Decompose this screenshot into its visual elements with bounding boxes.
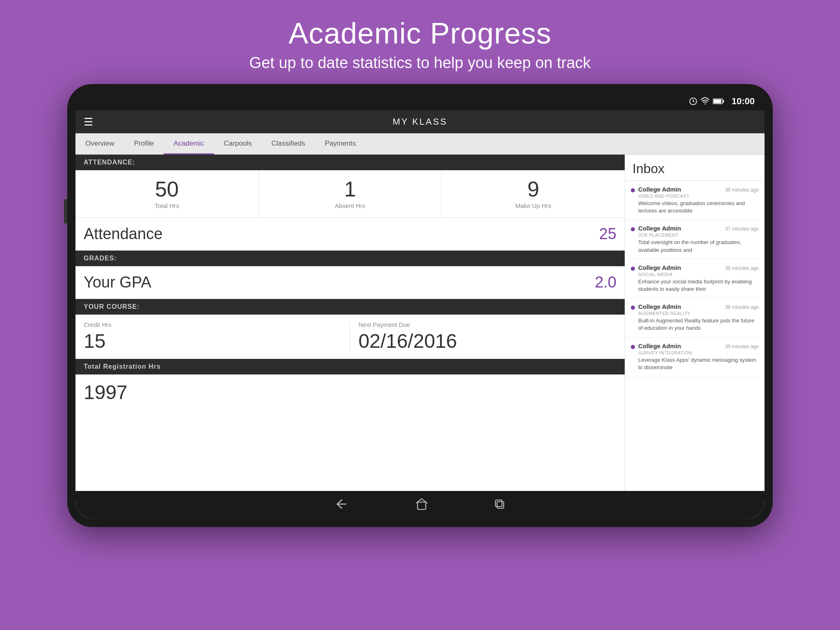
- svg-rect-3: [723, 100, 724, 103]
- inbox-sender-4: College Admin: [638, 342, 681, 349]
- inbox-sender-row-4: College Admin 39 minutes ago: [638, 342, 759, 349]
- inbox-sender-0: College Admin: [638, 186, 681, 193]
- makeup-hrs-cell: 9 Make Up Hrs: [442, 170, 625, 217]
- left-panel: ATTENDANCE: 50 Total Hrs 1 Absent Hrs: [75, 155, 625, 491]
- total-hrs-value: 50: [155, 178, 179, 200]
- inbox-time-1: 37 minutes ago: [725, 226, 759, 232]
- payment-due-col: Next Payment Due 02/16/2016: [358, 321, 616, 352]
- inbox-sender-row-3: College Admin 38 minutes ago: [638, 303, 759, 310]
- svg-point-1: [704, 103, 705, 105]
- tab-carpools[interactable]: Carpools: [214, 134, 262, 155]
- inbox-preview-1: Total oversight on the number of graduat…: [638, 239, 759, 253]
- absent-hrs-value: 1: [344, 178, 356, 200]
- app-area: ☰ MY KLASS Overview Profile Academic: [75, 110, 765, 519]
- attendance-title: Attendance: [84, 225, 162, 243]
- partial-section-header: Total Registration Hrs: [75, 359, 625, 374]
- inbox-item-3[interactable]: College Admin 38 minutes ago AUGMENTED R…: [625, 298, 765, 337]
- home-button[interactable]: [415, 498, 428, 512]
- partial-value-row: 1997: [75, 374, 625, 410]
- makeup-hrs-value: 9: [527, 178, 539, 200]
- inbox-dot-3: [631, 306, 635, 310]
- inbox-title: Inbox: [625, 155, 765, 181]
- credit-hrs-value: 15: [84, 330, 342, 352]
- course-info: Credit Hrs 15 Next Payment Due 02/16/201…: [75, 315, 625, 359]
- stats-row: 50 Total Hrs 1 Absent Hrs 9 Make Up Hrs: [75, 170, 625, 218]
- inbox-time-2: 38 minutes ago: [725, 265, 759, 271]
- credit-hrs-label: Credit Hrs: [84, 321, 342, 328]
- inbox-dot-2: [631, 267, 635, 271]
- inbox-sender-1: College Admin: [638, 225, 681, 232]
- tab-overview[interactable]: Overview: [75, 134, 124, 155]
- inbox-time-3: 38 minutes ago: [725, 304, 759, 310]
- tab-bar: Overview Profile Academic Carpools Class…: [75, 133, 765, 155]
- attendance-header: ATTENDANCE:: [75, 155, 625, 170]
- inbox-preview-0: Welcome videos, graduation ceremonies an…: [638, 200, 759, 215]
- inbox-time-0: 36 minutes ago: [725, 187, 759, 193]
- gpa-row: Your GPA 2.0: [75, 266, 625, 299]
- side-button: [64, 199, 67, 224]
- wifi-icon: [701, 97, 710, 105]
- course-header: YOUR COURSE:: [75, 299, 625, 315]
- inbox-sender-row-1: College Admin 37 minutes ago: [638, 225, 759, 232]
- page-subtitle: Get up to date statistics to help you ke…: [249, 54, 591, 72]
- top-bar: ☰ MY KLASS: [75, 110, 765, 133]
- absent-hrs-cell: 1 Absent Hrs: [259, 170, 442, 217]
- inbox-category-1: JOB PLACEMENT: [638, 233, 759, 237]
- tab-academic[interactable]: Academic: [164, 134, 214, 155]
- inbox-item-0[interactable]: College Admin 36 minutes ago VIDEO AND P…: [625, 181, 765, 220]
- credit-hrs-col: Credit Hrs 15: [84, 321, 342, 352]
- recent-apps-button[interactable]: [494, 498, 505, 511]
- makeup-hrs-label: Make Up Hrs: [515, 202, 551, 209]
- inbox-content-4: College Admin 39 minutes ago SURVEY INTE…: [638, 342, 759, 371]
- tab-profile[interactable]: Profile: [124, 134, 164, 155]
- status-icons: 10:00: [689, 96, 755, 107]
- inbox-sender-2: College Admin: [638, 264, 681, 271]
- hamburger-menu[interactable]: ☰: [84, 116, 93, 128]
- gpa-value: 2.0: [595, 274, 616, 291]
- total-hrs-cell: 50 Total Hrs: [75, 170, 259, 217]
- partial-value: 1997: [84, 381, 128, 404]
- inbox-category-3: AUGMENTED REALITY: [638, 311, 759, 316]
- tab-classifieds[interactable]: Classifieds: [262, 134, 315, 155]
- inbox-content-3: College Admin 38 minutes ago AUGMENTED R…: [638, 303, 759, 332]
- inbox-preview-4: Leverage Klass Apps' dynamic messaging s…: [638, 356, 759, 371]
- inbox-content-0: College Admin 36 minutes ago VIDEO AND P…: [638, 186, 759, 215]
- battery-icon: [713, 98, 724, 105]
- page-background: Academic Progress Get up to date statist…: [0, 0, 840, 630]
- inbox-category-4: SURVEY INTEGRATION: [638, 350, 759, 355]
- attendance-info-row: Attendance 25: [75, 218, 625, 251]
- tablet-screen: 10:00 ☰ MY KLASS Overview Profile: [75, 92, 765, 519]
- payment-due-value: 02/16/2016: [358, 330, 616, 352]
- back-button[interactable]: [335, 498, 349, 512]
- bottom-nav: [75, 491, 765, 519]
- grades-header: GRADES:: [75, 251, 625, 266]
- inbox-sender-3: College Admin: [638, 303, 681, 310]
- app-name: MY KLASS: [393, 116, 447, 127]
- svg-rect-7: [497, 502, 504, 508]
- inbox-item-4[interactable]: College Admin 39 minutes ago SURVEY INTE…: [625, 338, 765, 377]
- tab-payments[interactable]: Payments: [315, 134, 366, 155]
- content-area: ATTENDANCE: 50 Total Hrs 1 Absent Hrs: [75, 155, 765, 491]
- inbox-sender-row-0: College Admin 36 minutes ago: [638, 186, 759, 193]
- gpa-title: Your GPA: [84, 274, 151, 291]
- inbox-dot-0: [631, 188, 635, 192]
- status-bar: 10:00: [75, 92, 765, 110]
- inbox-item-2[interactable]: College Admin 38 minutes ago SOCIAL MEDI…: [625, 259, 765, 298]
- absent-hrs-label: Absent Hrs: [335, 202, 365, 209]
- inbox-content-1: College Admin 37 minutes ago JOB PLACEME…: [638, 225, 759, 253]
- inbox-preview-3: Built-in Augmented Reality feature puts …: [638, 317, 759, 332]
- course-divider: [350, 321, 350, 352]
- inbox-item-1[interactable]: College Admin 37 minutes ago JOB PLACEME…: [625, 220, 765, 259]
- inbox-panel: Inbox College Admin 36 minutes ago VIDEO…: [625, 155, 765, 491]
- total-hrs-label: Total Hrs: [155, 202, 179, 209]
- inbox-content-2: College Admin 38 minutes ago SOCIAL MEDI…: [638, 264, 759, 293]
- inbox-sender-row-2: College Admin 38 minutes ago: [638, 264, 759, 271]
- inbox-category-0: VIDEO AND PODCAST: [638, 194, 759, 199]
- page-header: Academic Progress Get up to date statist…: [249, 0, 591, 84]
- clock-icon: [689, 97, 697, 105]
- svg-rect-5: [418, 502, 426, 509]
- attendance-score: 25: [599, 225, 616, 243]
- inbox-dot-1: [631, 227, 635, 231]
- svg-rect-4: [713, 100, 721, 103]
- inbox-preview-2: Enhance your social media footprint by e…: [638, 278, 759, 293]
